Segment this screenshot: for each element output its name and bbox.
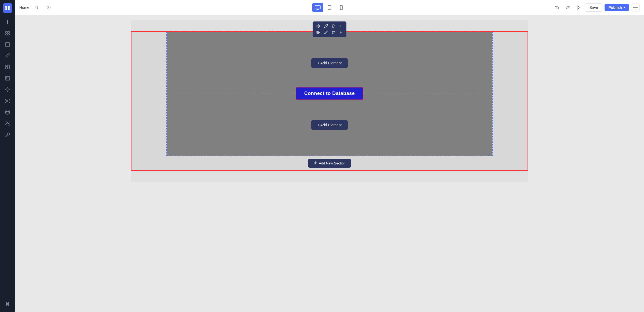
topbar-left: Home <box>19 3 550 12</box>
add-section-label: Add New Section <box>319 161 346 165</box>
add-section-bar: Add New Section <box>131 156 528 170</box>
sidebar-logo[interactable] <box>3 3 12 13</box>
add-element-button-2[interactable]: + Add Element <box>311 120 347 130</box>
svg-point-16 <box>6 122 8 123</box>
add-new-section-button[interactable]: Add New Section <box>308 159 351 168</box>
add-element-button-1[interactable]: + Add Element <box>311 58 347 68</box>
inner-move-btn[interactable] <box>315 29 322 36</box>
svg-rect-2 <box>5 8 7 10</box>
sidebar-item-tools[interactable] <box>3 130 12 140</box>
svg-point-28 <box>341 9 342 9</box>
connect-to-database-button[interactable]: Connect to Database <box>296 87 364 100</box>
main-area: Home <box>15 0 644 312</box>
svg-point-17 <box>8 122 9 123</box>
svg-rect-7 <box>8 34 9 35</box>
sidebar-item-command[interactable] <box>3 299 12 309</box>
sidebar-item-page[interactable] <box>3 40 12 49</box>
sidebar-item-database[interactable] <box>3 107 12 117</box>
sidebar-item-users[interactable] <box>3 119 12 128</box>
redo-icon[interactable] <box>564 3 572 12</box>
key-icon[interactable] <box>32 3 41 12</box>
sidebar-item-draw[interactable] <box>3 51 12 61</box>
content-block-1: + Add Element <box>167 32 492 94</box>
svg-rect-8 <box>6 42 9 47</box>
inner-section-wrapper: + + Add Element Connect to Database + Ad… <box>166 32 493 156</box>
page-name: Home <box>19 5 29 10</box>
svg-rect-1 <box>8 6 10 8</box>
mobile-device-btn[interactable] <box>336 3 347 12</box>
content-block-2: + Add Element <box>167 94 492 156</box>
page-container: + <box>131 31 528 171</box>
canvas-area: + <box>15 15 644 312</box>
svg-rect-11 <box>6 65 7 66</box>
svg-rect-24 <box>315 5 320 9</box>
svg-rect-5 <box>8 31 9 33</box>
undo-icon[interactable] <box>553 3 561 12</box>
sidebar-item-settings[interactable] <box>3 85 12 94</box>
svg-rect-0 <box>5 6 7 8</box>
device-switcher <box>312 3 347 12</box>
inner-add-btn[interactable]: + <box>337 29 344 36</box>
menu-button[interactable] <box>631 3 640 12</box>
sidebar-item-add[interactable] <box>3 17 12 27</box>
publish-label: Publish <box>608 5 622 10</box>
sidebar-item-dashboard[interactable] <box>3 28 12 38</box>
play-icon[interactable] <box>574 3 583 12</box>
sidebar <box>0 0 15 312</box>
topbar-right: Save Publish ▾ <box>553 3 640 12</box>
svg-rect-6 <box>6 34 7 35</box>
inner-delete-btn[interactable] <box>330 29 337 36</box>
svg-rect-9 <box>6 67 7 69</box>
topbar: Home <box>15 0 644 15</box>
svg-point-15 <box>6 110 9 112</box>
inner-toolbar: + <box>313 28 346 37</box>
svg-rect-4 <box>6 31 7 33</box>
sidebar-item-image[interactable] <box>3 74 12 83</box>
bottom-bar <box>131 171 528 182</box>
publish-button[interactable]: Publish ▾ <box>605 4 629 11</box>
svg-rect-3 <box>8 8 10 10</box>
save-button[interactable]: Save <box>585 3 603 12</box>
sidebar-item-components[interactable] <box>3 62 12 72</box>
add-section-icon <box>313 161 317 166</box>
tablet-device-btn[interactable] <box>324 3 335 12</box>
history-icon[interactable] <box>44 3 53 12</box>
svg-point-26 <box>329 9 330 9</box>
desktop-device-btn[interactable] <box>312 3 323 12</box>
svg-rect-10 <box>8 65 9 69</box>
svg-point-14 <box>7 89 8 90</box>
sidebar-item-signal[interactable] <box>3 96 12 106</box>
publish-chevron: ▾ <box>624 6 625 9</box>
inner-edit-btn[interactable] <box>322 29 329 36</box>
